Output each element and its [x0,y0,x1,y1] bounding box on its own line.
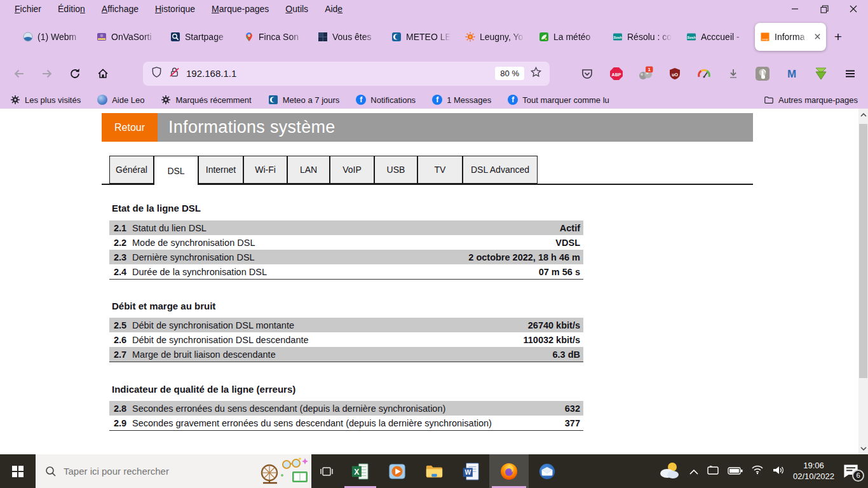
touch-extension-icon[interactable] [755,66,770,81]
tab-usb[interactable]: USB [374,156,417,184]
menu-aide[interactable]: Aide [316,1,351,17]
tab-label: Informa [775,32,810,42]
browser-tab-startpage[interactable]: Startpage [165,23,236,51]
facebook-icon: f [508,95,518,105]
scroll-down-icon[interactable] [858,444,868,453]
close-icon [850,5,857,13]
malwarebytes-icon[interactable]: M [784,66,799,81]
bookmark-messages[interactable]: f 1 Messages [432,95,491,105]
tab-internet[interactable]: Internet [198,156,243,184]
menu-edition[interactable]: Édition [50,1,93,17]
home-button[interactable] [92,62,114,85]
bookmark-label: Aide Leo [112,95,144,105]
home-icon [97,67,109,80]
taskbar-clock[interactable]: 19:06 02/10/2022 [793,461,834,482]
ublock-origin-icon[interactable]: uO [667,66,682,81]
browser-tab-informations-active[interactable]: orange Informa [755,23,826,51]
firefox-icon [499,461,519,482]
bookmark-aide-leo[interactable]: Aide Leo [97,95,144,105]
bookmark-tout-marquer[interactable]: f Tout marquer comme lu [508,95,609,105]
windows-taskbar: X W 19:06 02/10/2022 6 [0,454,868,488]
taskbar-file-explorer[interactable] [416,454,452,488]
taskbar-media-player[interactable] [379,454,416,488]
tab-dsl-advanced[interactable]: DSL Advanced [463,156,538,184]
downloads-icon[interactable] [726,66,741,81]
taskbar-search[interactable] [36,454,311,488]
bookmark-star-icon[interactable] [530,66,542,81]
wifi-icon[interactable] [751,465,764,477]
hamburger-menu-icon[interactable] [843,66,858,81]
taskbar-thunderbird[interactable] [529,454,566,488]
weather-icon[interactable] [658,461,681,482]
tab-label: Résolu : co [627,32,674,42]
pocket-icon[interactable] [580,66,595,81]
adblock-plus-icon[interactable]: ABP [609,66,624,81]
scroll-up-icon[interactable] [858,110,868,119]
taskbar-word[interactable]: W [452,454,489,488]
other-bookmarks[interactable]: Autres marque-pages [764,95,858,105]
bookmarks-toolbar: Les plus visités Aide Leo Marqués récemm… [0,91,868,109]
restore-button[interactable] [810,0,839,18]
tab-lan[interactable]: LAN [287,156,330,184]
retour-button[interactable]: Retour [102,113,158,142]
start-button[interactable] [0,454,36,488]
menu-affichage[interactable]: Affichage [93,1,147,17]
insecure-lock-icon[interactable] [168,66,180,81]
menu-fichier[interactable]: Fichier [6,1,50,17]
browser-tab-meteo[interactable]: METEO LE [386,23,458,51]
cast-display-icon[interactable] [707,465,719,478]
search-input[interactable] [64,466,210,477]
scrollbar-thumb[interactable] [859,124,867,378]
browser-tab-resolu[interactable]: Sosh Résolu : co [607,23,679,51]
browser-tab-accueil[interactable]: Sosh Acccueil - [681,23,752,51]
media-player-icon [388,462,407,481]
taskbar-excel[interactable]: X [342,454,379,488]
tab-dsl-active[interactable]: DSL [154,156,198,185]
dsl-errors-table: 2.8Secondes erronées du sens descendant … [109,401,583,431]
download-helper-icon[interactable] [813,66,829,81]
tab-general[interactable]: Général [109,156,154,184]
thunderbird-icon [538,462,557,481]
back-button[interactable] [8,62,31,85]
shield-icon[interactable] [151,66,163,81]
volume-icon[interactable] [772,465,785,478]
menu-bar: Fichier Édition Affichage Historique Mar… [0,0,868,18]
bookmark-notifications[interactable]: f Notifications [356,95,416,105]
task-view-button[interactable] [311,454,342,488]
action-center-button[interactable]: 6 [843,463,862,480]
menu-marque-pages[interactable]: Marque-pages [203,1,277,17]
bookmark-label: Notifications [370,95,416,105]
url-text[interactable]: 192.168.1.1 [186,68,236,79]
forward-icon [41,67,53,80]
menu-historique[interactable]: Historique [147,1,203,17]
tab-label: METEO LE [406,32,452,42]
new-tab-button[interactable]: + [829,27,848,46]
svg-text:Sosh: Sosh [687,36,696,39]
bookmark-meteo-7-jours[interactable]: Meteo a 7 jours [268,95,340,105]
browser-tab-webmail[interactable]: (1) Webm [18,23,89,51]
browser-tab-leugny[interactable]: Leugny, Yo [460,23,531,51]
taskbar-firefox-active[interactable] [489,454,529,488]
browser-tab-finca[interactable]: Finca Son [239,23,310,51]
bookmark-les-plus-visites[interactable]: Les plus visités [10,95,81,105]
browser-tab-vous-etes[interactable]: Vous êtes [313,23,384,51]
tray-chevron-up-icon[interactable] [689,466,698,477]
tab-tv[interactable]: TV [417,156,463,184]
close-button[interactable] [839,0,868,18]
battery-icon[interactable] [728,466,743,477]
vertical-scrollbar[interactable] [858,109,868,454]
bookmark-marques-recemment[interactable]: Marqués récemment [161,95,251,105]
tab-wifi[interactable]: Wi-Fi [243,156,287,184]
tab-voip[interactable]: VoIP [330,156,374,184]
minimize-button[interactable] [780,0,810,18]
gray-spheres-extension-icon[interactable]: 1 [638,66,653,81]
reload-button[interactable] [64,62,86,85]
forward-button[interactable] [36,62,58,85]
menu-outils[interactable]: Outils [277,1,316,17]
browser-tab-la-meteo[interactable]: La météo [534,23,605,51]
browser-tab-onvasortir[interactable]: OnVaSorti [92,23,163,51]
zoom-level-badge[interactable]: 80 % [495,67,524,80]
speed-gauge-icon[interactable] [696,66,712,81]
tab-close-icon[interactable] [814,32,821,42]
url-bar[interactable]: 192.168.1.1 80 % [143,62,550,86]
